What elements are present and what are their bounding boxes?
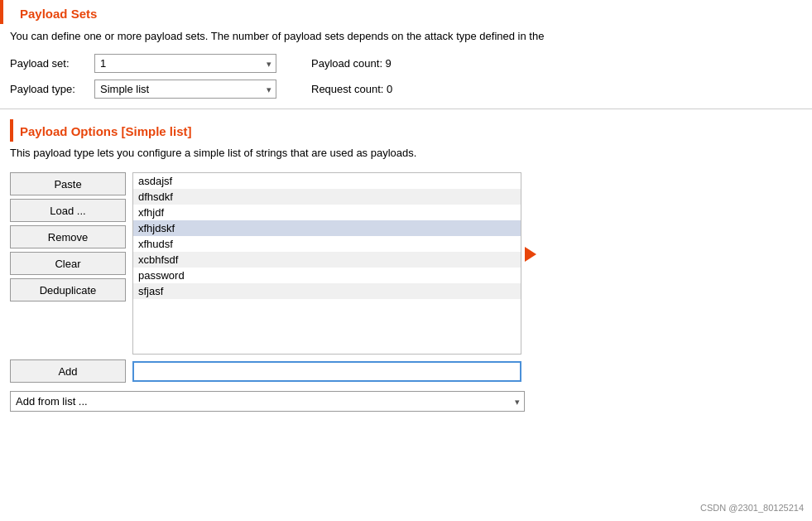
payload-list[interactable]: asdajsfdfhsdkfxfhjdfxfhjdskfxfhudsfxcbhf… xyxy=(132,172,521,355)
list-item[interactable]: password xyxy=(133,268,521,283)
section-divider xyxy=(0,109,812,109)
list-area: asdajsfdfhsdkfxfhjdfxfhjdskfxfhudsfxcbhf… xyxy=(132,172,521,355)
scroll-arrow-icon xyxy=(525,247,536,262)
payload-type-row: Payload type: Simple list Request count:… xyxy=(0,76,812,102)
payload-type-label: Payload type: xyxy=(10,83,84,95)
request-count-label: Request count: 0 xyxy=(311,83,392,95)
payload-set-select-wrapper: 1 xyxy=(94,54,276,73)
add-button[interactable]: Add xyxy=(10,359,126,383)
buttons-panel: Paste Load ... Remove Clear Deduplicate xyxy=(10,172,126,302)
paste-button[interactable]: Paste xyxy=(10,172,126,195)
list-item[interactable]: asdajsf xyxy=(133,173,521,189)
payload-set-row: Payload set: 1 Payload count: 9 xyxy=(0,51,812,76)
clear-button[interactable]: Clear xyxy=(10,252,126,275)
payload-count-label: Payload count: 9 xyxy=(311,57,392,70)
payload-type-select-wrapper: Simple list xyxy=(94,80,276,99)
add-input[interactable] xyxy=(132,361,521,382)
options-section: Payload Options [Simple list] This paylo… xyxy=(0,116,812,172)
payload-type-select[interactable]: Simple list xyxy=(94,80,276,99)
list-item[interactable]: xfhudsf xyxy=(133,236,521,252)
add-from-list-wrapper: Add from list ... xyxy=(10,391,525,412)
watermark: CSDN @2301_80125214 xyxy=(700,503,804,513)
list-item[interactable]: sfjasf xyxy=(133,283,521,299)
add-from-list-select[interactable]: Add from list ... xyxy=(10,391,525,412)
list-item[interactable]: dfhsdkf xyxy=(133,189,521,205)
payload-options-header: Payload Options [Simple list] xyxy=(10,119,802,142)
payload-sets-header: Payload Sets xyxy=(0,0,812,24)
payload-set-select[interactable]: 1 xyxy=(94,54,276,73)
remove-button[interactable]: Remove xyxy=(10,225,126,248)
payload-list-container: Paste Load ... Remove Clear Deduplicate … xyxy=(0,172,812,355)
list-item[interactable]: xfhjdf xyxy=(133,205,521,220)
load-button[interactable]: Load ... xyxy=(10,199,126,222)
add-row: Add xyxy=(0,355,812,388)
list-item[interactable]: xfhjdskf xyxy=(133,220,521,236)
list-item[interactable]: xcbhfsdf xyxy=(133,252,521,268)
payload-sets-description: You can define one or more payload sets.… xyxy=(0,24,812,51)
page-container: Payload Sets You can define one or more … xyxy=(0,0,812,415)
deduplicate-button[interactable]: Deduplicate xyxy=(10,278,126,302)
add-from-list-row: Add from list ... xyxy=(0,388,812,415)
payload-set-label: Payload set: xyxy=(10,57,84,70)
options-description: This payload type lets you configure a s… xyxy=(10,142,802,169)
